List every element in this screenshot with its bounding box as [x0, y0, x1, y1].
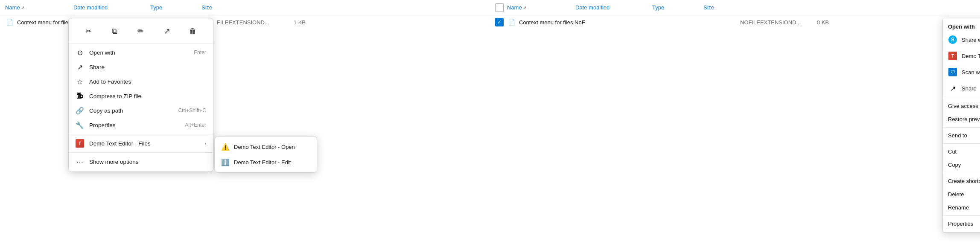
col-name-label-right: Name	[507, 4, 522, 11]
cm-separator-1	[69, 134, 213, 134]
col-name-left[interactable]: Name ∧	[5, 4, 73, 11]
cm-right-item-share-skype[interactable]: S Share with Skype	[943, 32, 980, 48]
col-date-left[interactable]: Date modified	[73, 4, 150, 11]
cm-separator-2	[69, 152, 213, 153]
cm-right-item-send-to[interactable]: Send to ›	[943, 129, 980, 142]
cm-item-demo-text-editor[interactable]: T Demo Text Editor - Files › ⚠️ Demo Tex…	[69, 136, 213, 151]
defender-icon: 🛡	[948, 67, 957, 77]
submenu-item-demo-open[interactable]: ⚠️ Demo Text Editor - Open	[215, 139, 317, 154]
cm-right-item-demo-files[interactable]: T Demo Text Editor - Files › ⚠️ Demo Tex…	[943, 48, 980, 64]
cm-right-sep-5	[943, 215, 980, 216]
file-size-right: 0 KB	[795, 19, 829, 26]
file-row-right[interactable]: ✓ 📄 Context menu for files.NoF NOFILEEXT…	[490, 15, 980, 29]
col-size-left[interactable]: Size	[201, 4, 236, 11]
cm-shortcut-copy-path: Ctrl+Shift+C	[178, 108, 206, 113]
file-name-right: Context menu for files.NoF	[519, 19, 585, 26]
col-type-right[interactable]: Type	[652, 4, 703, 11]
demo-arrow-left: ›	[204, 141, 206, 146]
file-name-area-right: 📄 Context menu for files.NoF	[507, 18, 656, 26]
col-size-label-left: Size	[201, 4, 212, 11]
col-size-label-right: Size	[703, 4, 714, 11]
col-date-label-right: Date modified	[575, 4, 610, 11]
file-checkbox-right[interactable]: ✓	[495, 18, 504, 26]
cm-right-label-restore: Restore previous versions	[948, 116, 980, 122]
col-name-right[interactable]: Name ∧	[507, 4, 575, 11]
cm-right-header-open-with: Open with	[943, 20, 980, 32]
cm-right-sep-4	[943, 173, 980, 173]
sort-arrow-right: ∧	[524, 5, 527, 10]
context-menu-left: ✂ ⧉ ✏ ↗ 🗑 ⊙ Open with Enter ↗ Share ☆ Ad…	[68, 18, 213, 172]
cm-label-add-favorites: Add to Favorites	[89, 78, 206, 85]
col-name-label-left: Name	[5, 4, 20, 11]
cm-shortcut-properties: Alt+Enter	[185, 122, 206, 128]
cm-right-label-share-skype: Share with Skype	[962, 37, 980, 43]
demo-icon-right: T	[948, 51, 957, 61]
info-icon-left: ℹ️	[221, 158, 230, 166]
cm-right-label-send-to: Send to	[948, 132, 980, 139]
file-type-left: FILEEXTENSIOND...	[217, 19, 268, 26]
cm-item-open-with[interactable]: ⊙ Open with Enter	[69, 45, 213, 60]
cm-right-label-rename: Rename	[948, 204, 980, 211]
cm-right-item-restore[interactable]: Restore previous versions	[943, 113, 980, 126]
cm-item-properties[interactable]: 🔧 Properties Alt+Enter	[69, 118, 213, 132]
file-size-left: 1 KB	[271, 19, 306, 26]
submenu-left: ⚠️ Demo Text Editor - Open ℹ️ Demo Text …	[215, 136, 317, 173]
cm-label-share: Share	[89, 64, 206, 70]
cm-right-item-delete[interactable]: Delete	[943, 188, 980, 201]
cm-right-label-properties: Properties	[948, 221, 980, 227]
cm-label-properties: Properties	[89, 122, 180, 128]
cm-item-compress-zip[interactable]: 🗜 Compress to ZIP file	[69, 89, 213, 103]
cm-item-add-favorites[interactable]: ☆ Add to Favorites	[69, 74, 213, 89]
file-type-right: NOFILEEXTENSIOND...	[740, 19, 791, 26]
cm-right-sep-2	[943, 127, 980, 128]
cm-label-demo-text-editor: Demo Text Editor - Files	[89, 140, 199, 147]
cm-right-label-scan-defender: Scan with Microsoft Defender...	[962, 69, 980, 76]
share-icon: ↗	[76, 63, 84, 71]
share-icon-right: ↗	[948, 84, 957, 93]
warn-icon-left: ⚠️	[221, 142, 230, 151]
cm-right-item-scan-defender[interactable]: 🛡 Scan with Microsoft Defender...	[943, 64, 980, 80]
col-type-label-left: Type	[150, 4, 162, 11]
sort-arrow-left: ∧	[22, 5, 25, 10]
cm-right-item-create-shortcut[interactable]: Create shortcut	[943, 174, 980, 188]
cm-right-label-create-shortcut: Create shortcut	[948, 178, 980, 184]
cm-label-copy-path: Copy as path	[89, 108, 173, 114]
submenu-item-demo-edit[interactable]: ℹ️ Demo Text Editor - Edit	[215, 154, 317, 170]
left-explorer-header: Name ∧ Date modified Type Size	[0, 0, 490, 15]
submenu-label-demo-open-left: Demo Text Editor - Open	[234, 144, 295, 150]
cm-shortcut-open-with: Enter	[194, 49, 206, 55]
cm-label-open-with: Open with	[89, 49, 189, 56]
col-date-right[interactable]: Date modified	[575, 4, 652, 11]
cm-right-item-properties[interactable]: Properties	[943, 217, 980, 230]
select-all-checkbox[interactable]	[495, 3, 504, 12]
file-name-left: Context menu for files	[17, 19, 71, 26]
cm-right-item-cut[interactable]: Cut	[943, 145, 980, 158]
toolbar-delete-btn[interactable]: 🗑	[185, 23, 201, 39]
cm-right-item-give-access[interactable]: Give access to ›	[943, 99, 980, 113]
cm-item-copy-path[interactable]: 🔗 Copy as path Ctrl+Shift+C	[69, 103, 213, 118]
cm-right-item-copy[interactable]: Copy	[943, 158, 980, 171]
right-explorer-header: Name ∧ Date modified Type Size	[490, 0, 980, 15]
toolbar-share-btn[interactable]: ↗	[159, 23, 175, 39]
cm-right-sep-1	[943, 98, 980, 98]
left-explorer-panel: Name ∧ Date modified Type Size 📄 Context…	[0, 0, 490, 247]
col-type-left[interactable]: Type	[150, 4, 201, 11]
cm-right-item-share[interactable]: ↗ Share	[943, 80, 980, 96]
compress-icon: 🗜	[76, 92, 84, 100]
toolbar-rename-btn[interactable]: ✏	[133, 23, 149, 39]
open-with-icon: ⊙	[76, 48, 84, 57]
demo-text-editor-icon-left: T	[76, 139, 84, 148]
cm-toolbar-left: ✂ ⧉ ✏ ↗ 🗑	[69, 21, 213, 44]
toolbar-copy-btn[interactable]: ⧉	[107, 23, 122, 39]
toolbar-cut-btn[interactable]: ✂	[81, 23, 96, 39]
cm-right-label-demo-files: Demo Text Editor - Files	[962, 53, 980, 59]
cm-right-label-share: Share	[962, 85, 980, 92]
cm-item-share[interactable]: ↗ Share	[69, 60, 213, 74]
cm-right-item-rename[interactable]: Rename	[943, 201, 980, 214]
col-size-right[interactable]: Size	[703, 4, 738, 11]
cm-right-label-cut: Cut	[948, 148, 980, 155]
cm-item-show-more[interactable]: ⋯ Show more options	[69, 154, 213, 169]
skype-icon: S	[948, 35, 957, 44]
cm-label-compress-zip: Compress to ZIP file	[89, 93, 206, 99]
show-more-icon: ⋯	[76, 157, 84, 166]
